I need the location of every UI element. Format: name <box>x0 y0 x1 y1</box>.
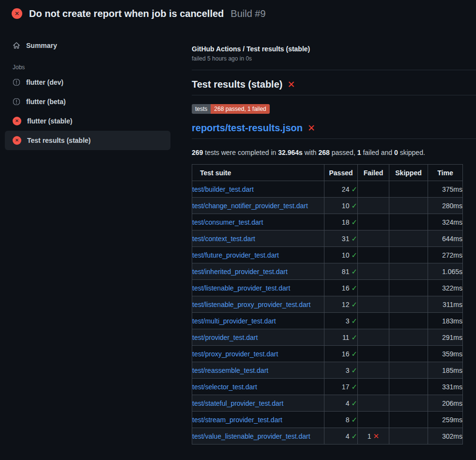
test-suite-link[interactable]: test/selector_test.dart <box>192 383 257 391</box>
passed-count: 10 <box>342 202 350 210</box>
time-cell: 259ms <box>428 412 463 428</box>
table-row: test/reassemble_test.dart3✓185ms <box>192 362 463 379</box>
test-suite-link[interactable]: test/context_test.dart <box>192 235 255 243</box>
failed-cell <box>358 280 389 296</box>
test-suite-link[interactable]: test/builder_test.dart <box>192 185 254 193</box>
passed-count: 12 <box>342 301 350 308</box>
passed-count: 3 <box>346 367 350 374</box>
skipped-cell <box>389 379 428 395</box>
cancelled-octagon-icon <box>13 98 20 106</box>
check-icon: ✓ <box>351 300 357 308</box>
passed-count: 3 <box>346 317 350 325</box>
sidebar-item-summary[interactable]: Summary <box>5 36 170 55</box>
cross-icon: ✕ <box>373 432 380 440</box>
suite-cell: test/inherited_provider_test.dart <box>192 263 324 280</box>
suite-cell: test/future_provider_test.dart <box>192 247 324 263</box>
failed-cell: 1✕ <box>358 428 389 445</box>
table-row: test/selector_test.dart17✓331ms <box>192 379 463 395</box>
test-suite-link[interactable]: test/provider_test.dart <box>192 334 258 341</box>
passed-cell: 10✓ <box>324 247 358 263</box>
passed-cell: 10✓ <box>324 198 358 214</box>
table-row: test/future_provider_test.dart10✓272ms <box>192 247 463 263</box>
test-suite-link[interactable]: test/change_notifier_provider_test.dart <box>192 202 308 210</box>
test-suite-link[interactable]: test/inherited_provider_test.dart <box>192 268 288 276</box>
check-icon: ✓ <box>351 234 357 243</box>
passed-cell: 24✓ <box>324 181 358 198</box>
test-suite-link[interactable]: test/proxy_provider_test.dart <box>192 350 278 358</box>
jobs-list: ✕ flutter (dev) ✕ flutter (beta) ✕ flutt… <box>5 73 192 150</box>
time-cell: 1.065s <box>428 263 463 280</box>
check-icon: ✓ <box>351 284 357 292</box>
test-suite-link[interactable]: test/value_listenable_provider_test.dart <box>192 432 310 440</box>
summary-text: 268 <box>319 149 330 156</box>
passed-count: 16 <box>342 284 350 292</box>
failed-cell <box>358 412 389 428</box>
skipped-cell <box>389 362 428 379</box>
test-suite-link[interactable]: test/stream_provider_test.dart <box>192 416 282 424</box>
run-status-line: failed 5 hours ago in 0s <box>192 55 476 62</box>
summary-line: 269 tests were completed in 32.964s with… <box>192 149 476 156</box>
passed-count: 4 <box>346 432 350 440</box>
failed-cell <box>358 313 389 329</box>
test-suite-link[interactable]: test/multi_provider_test.dart <box>192 317 276 325</box>
test-suite-link[interactable]: test/consumer_test.dart <box>192 218 263 226</box>
skipped-cell <box>389 198 428 214</box>
suite-cell: test/selector_test.dart <box>192 379 324 395</box>
test-suite-link[interactable]: test/listenable_proxy_provider_test.dart <box>192 301 310 308</box>
passed-count: 8 <box>346 416 350 424</box>
passed-cell: 3✓ <box>324 313 358 329</box>
failed-cell <box>358 214 389 230</box>
failed-x-icon: ✕ <box>307 123 315 133</box>
time-cell: 359ms <box>428 346 463 362</box>
passed-cell: 16✓ <box>324 280 358 296</box>
check-icon: ✓ <box>351 383 357 391</box>
test-suite-link[interactable]: test/stateful_provider_test.dart <box>192 399 283 407</box>
check-icon: ✓ <box>351 350 357 358</box>
results-table: Test suite Passed Failed Skipped Time te… <box>192 164 463 445</box>
summary-label: Summary <box>26 42 57 49</box>
table-row: test/value_listenable_provider_test.dart… <box>192 428 463 445</box>
sidebar-item-flutter-dev[interactable]: ✕ flutter (dev) <box>5 73 170 92</box>
suite-cell: test/stream_provider_test.dart <box>192 412 324 428</box>
sidebar-item-test-results-stable[interactable]: ✕ Test results (stable) <box>5 131 170 150</box>
table-row: test/builder_test.dart24✓375ms <box>192 181 463 198</box>
cancelled-octagon-icon <box>13 78 20 86</box>
time-cell: 644ms <box>428 230 463 247</box>
job-label: flutter (beta) <box>26 98 66 106</box>
failed-circle-icon: ✕ <box>13 136 21 145</box>
check-icon: ✓ <box>351 201 357 210</box>
results-table-body: test/builder_test.dart24✓375mstest/chang… <box>192 181 463 445</box>
sidebar-item-flutter-beta[interactable]: ✕ flutter (beta) <box>5 92 170 111</box>
test-suite-link[interactable]: test/listenable_provider_test.dart <box>192 284 290 292</box>
skipped-cell <box>389 263 428 280</box>
test-suite-link[interactable]: test/reassemble_test.dart <box>192 367 268 374</box>
passed-count: 18 <box>342 218 350 226</box>
test-suite-link[interactable]: test/future_provider_test.dart <box>192 251 279 259</box>
failed-cell <box>358 181 389 198</box>
skipped-cell <box>389 329 428 346</box>
passed-cell: 16✓ <box>324 346 358 362</box>
suite-cell: test/context_test.dart <box>192 230 324 247</box>
jobs-section-label: Jobs <box>13 64 192 71</box>
table-row: test/consumer_test.dart18✓324ms <box>192 214 463 230</box>
table-row: test/proxy_provider_test.dart16✓359ms <box>192 346 463 362</box>
suite-cell: test/builder_test.dart <box>192 181 324 198</box>
summary-text: failed and <box>361 149 395 156</box>
failed-cell <box>358 296 389 313</box>
main-content: GitHub Actions / Test results (stable) f… <box>192 27 476 445</box>
table-row: test/inherited_provider_test.dart81✓1.06… <box>192 263 463 280</box>
time-cell: 311ms <box>428 296 463 313</box>
sidebar-item-flutter-stable[interactable]: ✕ flutter (stable) <box>5 111 170 131</box>
suite-cell: test/reassemble_test.dart <box>192 362 324 379</box>
header-passed: Passed <box>324 165 358 181</box>
job-label: flutter (stable) <box>27 117 72 125</box>
check-icon: ✓ <box>351 185 357 193</box>
time-cell: 302ms <box>428 428 463 445</box>
suite-cell: test/change_notifier_provider_test.dart <box>192 198 324 214</box>
report-file-link[interactable]: reports/test-results.json <box>192 123 303 134</box>
passed-cell: 8✓ <box>324 412 358 428</box>
suite-cell: test/listenable_provider_test.dart <box>192 280 324 296</box>
table-row: test/multi_provider_test.dart3✓183ms <box>192 313 463 329</box>
skipped-cell <box>389 214 428 230</box>
summary-text: 0 <box>394 149 398 156</box>
